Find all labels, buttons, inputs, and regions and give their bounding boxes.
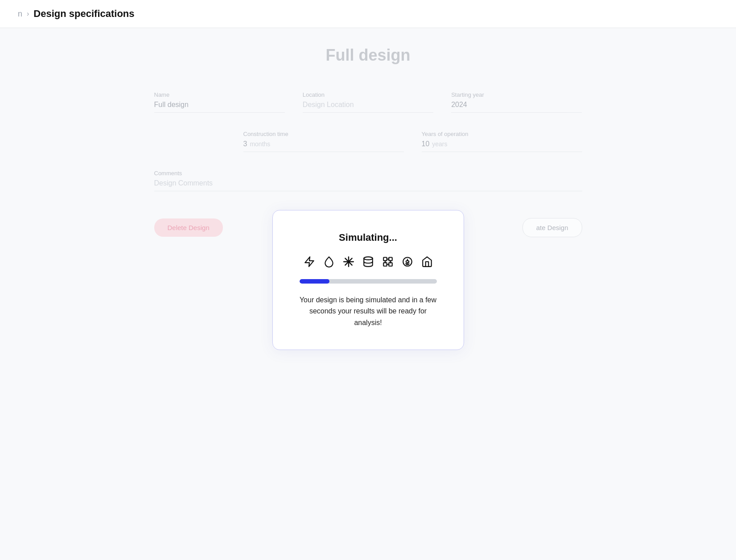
field-name: Name Full design <box>154 91 285 113</box>
field-starting-year: Starting year 2024 <box>451 91 582 113</box>
modal-title: Simulating... <box>300 232 437 243</box>
starting-year-value[interactable]: 2024 <box>451 101 582 113</box>
dollar-coin-icon <box>402 256 413 269</box>
name-value[interactable]: Full design <box>154 101 285 113</box>
breadcrumb-chevron-icon: › <box>27 10 29 18</box>
breadcrumb-prev[interactable]: n <box>18 9 22 19</box>
progress-bar-container <box>300 279 437 284</box>
years-operation-label: Years of operation <box>422 131 582 137</box>
lightning-icon <box>304 256 315 269</box>
field-years-operation: Years of operation 10 years <box>422 131 582 152</box>
network-grid-icon <box>382 256 394 269</box>
form-row-2: Construction time 3 months Years of oper… <box>154 131 582 152</box>
form-row-3: Comments Design Comments <box>154 170 582 191</box>
simulation-modal: Simulating... <box>272 210 464 350</box>
asterisk-icon <box>343 256 354 269</box>
design-form: Name Full design Location Design Locatio… <box>154 91 582 191</box>
water-drop-icon <box>323 256 335 269</box>
modal-description: Your design is being simulated and in a … <box>300 294 437 329</box>
construction-time-value[interactable]: 3 months <box>243 140 404 152</box>
construction-time-label: Construction time <box>243 131 404 137</box>
years-operation-value[interactable]: 10 years <box>422 140 582 152</box>
progress-bar-fill <box>300 279 330 284</box>
svg-marker-0 <box>305 257 314 267</box>
form-row-1: Name Full design Location Design Locatio… <box>154 91 582 113</box>
house-icon <box>421 256 433 269</box>
database-icon <box>362 256 374 269</box>
field-comments: Comments Design Comments <box>154 170 582 191</box>
update-design-button[interactable]: ate Design <box>522 218 582 237</box>
location-label: Location <box>303 91 433 98</box>
header: n › Design specifications <box>0 0 736 28</box>
starting-year-label: Starting year <box>451 91 582 98</box>
field-construction-time: Construction time 3 months <box>243 131 404 152</box>
comments-label: Comments <box>154 170 582 177</box>
breadcrumb-current: Design specifications <box>33 8 134 20</box>
simulation-icons-row <box>300 256 437 269</box>
field-location: Location Design Location <box>303 91 433 113</box>
name-label: Name <box>154 91 285 98</box>
comments-value[interactable]: Design Comments <box>154 179 582 191</box>
delete-design-button[interactable]: Delete Design <box>154 218 223 237</box>
location-value[interactable]: Design Location <box>303 101 433 113</box>
page-title: Full design <box>154 46 582 65</box>
